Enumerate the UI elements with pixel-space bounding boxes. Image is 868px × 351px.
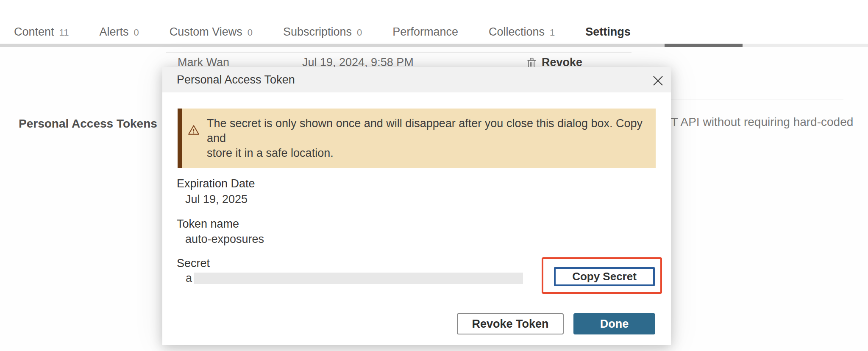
tab-subscriptions[interactable]: Subscriptions 0 [283,25,362,39]
secret-value-prefix: a [186,272,192,285]
copy-secret-button[interactable]: Copy Secret [554,267,655,286]
token-name-label: Token name [177,217,239,231]
tab-performance-label: Performance [392,25,458,39]
section-description-fragment: ST API without requiring hard-coded [663,115,853,129]
tab-subscriptions-count: 0 [357,27,362,38]
revoke-token-button[interactable]: Revoke Token [457,313,564,334]
tab-collections[interactable]: Collections 1 [489,25,555,39]
settings-page: Content 11 Alerts 0 Custom Views 0 Subsc… [0,0,868,351]
section-label: Personal Access Tokens [19,117,157,131]
secret-redacted-bar [194,273,523,284]
close-icon[interactable] [652,75,664,86]
tab-collections-label: Collections [489,25,545,39]
tab-content-count: 11 [59,27,69,38]
tab-custom-views-count: 0 [248,27,253,38]
expiration-date-value: Jul 19, 2025 [185,193,248,206]
tab-performance[interactable]: Performance [392,25,458,39]
dialog-header: Personal Access Token [162,67,671,92]
dialog-title: Personal Access Token [177,73,295,86]
tab-alerts-count: 0 [134,27,139,38]
tab-content-label: Content [14,25,54,39]
top-tab-bar: Content 11 Alerts 0 Custom Views 0 Subsc… [0,0,868,44]
secret-label: Secret [177,257,210,270]
warning-triangle-icon [188,124,200,138]
tabbar-underline [0,44,665,47]
tab-content[interactable]: Content 11 [14,25,69,39]
tab-alerts-label: Alerts [99,25,128,39]
tab-custom-views[interactable]: Custom Views 0 [170,25,253,39]
token-name-value: auto-exposures [185,233,264,246]
warning-message: The secret is only shown once and will d… [207,116,645,161]
tab-collections-count: 1 [550,27,555,38]
expiration-date-label: Expiration Date [177,177,255,190]
token-table-row-border [166,52,632,53]
personal-access-token-dialog: Personal Access Token The secret is only… [162,67,671,345]
tab-settings-label: Settings [585,25,631,39]
tab-subscriptions-label: Subscriptions [283,25,352,39]
active-tab-underline [665,44,743,47]
tab-alerts[interactable]: Alerts 0 [99,25,139,39]
warning-banner: The secret is only shown once and will d… [178,109,656,168]
tab-custom-views-label: Custom Views [170,25,242,39]
tabbar-underline-right [743,44,868,47]
done-button[interactable]: Done [573,313,655,334]
tab-settings[interactable]: Settings [585,25,631,39]
